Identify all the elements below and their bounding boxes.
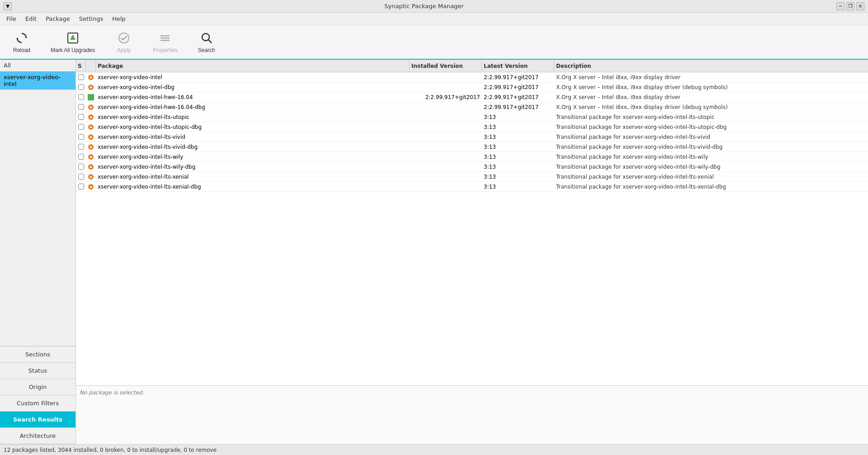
row-status-icon — [86, 174, 96, 180]
mark-all-icon — [66, 31, 80, 45]
table-row[interactable]: xserver-xorg-video-intel-dbg2:2.99.917+g… — [76, 82, 868, 92]
menu-settings[interactable]: Settings — [75, 14, 108, 24]
title-bar: ▼ Synaptic Package Manager − ❐ × — [0, 0, 868, 13]
row-status-icon — [86, 114, 96, 120]
sidebar-all-label[interactable]: All — [0, 60, 75, 71]
row-checkbox[interactable] — [78, 134, 84, 140]
svg-marker-3 — [70, 34, 75, 40]
row-latest-version: 3:13 — [482, 124, 554, 130]
table-row[interactable]: xserver-xorg-video-intel-hwe-16.042:2.99… — [76, 92, 868, 102]
row-package-name: xserver-xorg-video-intel-lts-vivid-dbg — [96, 144, 410, 150]
table-row[interactable]: xserver-xorg-video-intel2:2.99.917+git20… — [76, 72, 868, 82]
window-controls: − ❐ × — [836, 2, 864, 10]
sidebar-sections-button[interactable]: Sections — [0, 346, 75, 363]
search-icon — [199, 31, 214, 45]
sidebar-origin-button[interactable]: Origin — [0, 379, 75, 395]
sidebar-item-xserver[interactable]: xserver-xorg-video-intel — [0, 71, 75, 90]
menu-help[interactable]: Help — [108, 14, 130, 24]
row-checkbox[interactable] — [78, 124, 84, 130]
menu-bar: File Edit Package Settings Help — [0, 13, 868, 25]
sidebar: All xserver-xorg-video-intel Sections St… — [0, 60, 76, 444]
row-checkbox-cell[interactable] — [76, 124, 86, 130]
col-header-latest[interactable]: Latest Version — [482, 60, 554, 72]
col-header-status[interactable]: S — [76, 60, 86, 72]
row-checkbox[interactable] — [78, 174, 84, 180]
row-latest-version: 2:2.99.917+git2017 — [482, 74, 554, 81]
package-list[interactable]: xserver-xorg-video-intel2:2.99.917+git20… — [76, 72, 868, 385]
reload-button[interactable]: Reload — [4, 27, 40, 57]
col-header-description[interactable]: Description — [554, 60, 868, 72]
sidebar-status-button[interactable]: Status — [0, 363, 75, 379]
apply-label: Apply — [117, 47, 131, 53]
row-checkbox-cell[interactable] — [76, 164, 86, 170]
table-row[interactable]: xserver-xorg-video-intel-lts-xenial3:13T… — [76, 172, 868, 182]
row-checkbox-cell[interactable] — [76, 154, 86, 160]
menu-package[interactable]: Package — [41, 14, 75, 24]
row-checkbox[interactable] — [78, 84, 84, 90]
toolbar: Reload Mark All Upgrades Apply Prop — [0, 25, 868, 60]
row-checkbox[interactable] — [78, 114, 84, 120]
row-checkbox-cell[interactable] — [76, 184, 86, 190]
col-header-icon — [86, 60, 96, 72]
row-description: Transitional package for xserver-xorg-vi… — [554, 184, 868, 190]
sidebar-custom-filters-button[interactable]: Custom Filters — [0, 395, 75, 412]
row-package-name: xserver-xorg-video-intel-lts-utopic — [96, 114, 410, 120]
row-checkbox[interactable] — [78, 94, 84, 100]
row-latest-version: 3:13 — [482, 174, 554, 180]
table-row[interactable]: xserver-xorg-video-intel-lts-xenial-dbg3… — [76, 182, 868, 192]
col-header-package[interactable]: Package — [96, 60, 410, 72]
row-description: X.Org X server – Intel i8xx, i9xx displa… — [554, 104, 868, 110]
row-package-name: xserver-xorg-video-intel-lts-utopic-dbg — [96, 124, 410, 130]
svg-rect-5 — [160, 35, 170, 37]
row-checkbox[interactable] — [78, 164, 84, 170]
row-checkbox[interactable] — [78, 184, 84, 190]
mark-all-upgrades-button[interactable]: Mark All Upgrades — [43, 27, 102, 57]
restore-button[interactable]: ❐ — [846, 2, 854, 10]
row-checkbox-cell[interactable] — [76, 104, 86, 110]
row-package-name: xserver-xorg-video-intel-lts-wily-dbg — [96, 164, 410, 170]
table-row[interactable]: xserver-xorg-video-intel-hwe-16.04-dbg2:… — [76, 102, 868, 112]
apply-button[interactable]: Apply — [106, 27, 142, 57]
row-checkbox-cell[interactable] — [76, 134, 86, 140]
close-button[interactable]: × — [856, 2, 864, 10]
row-package-name: xserver-xorg-video-intel-lts-wily — [96, 154, 410, 160]
menu-edit[interactable]: Edit — [21, 14, 41, 24]
row-checkbox-cell[interactable] — [76, 174, 86, 180]
minimize-button[interactable]: − — [836, 2, 844, 10]
window-menu-icon[interactable]: ▼ — [4, 2, 12, 10]
sidebar-architecture-button[interactable]: Architecture — [0, 428, 75, 444]
col-header-installed[interactable]: Installed Version — [410, 60, 482, 72]
row-checkbox-cell[interactable] — [76, 94, 86, 100]
svg-line-9 — [208, 40, 212, 43]
sidebar-search-results-button[interactable]: Search Results — [0, 412, 75, 428]
sidebar-filter-list: All xserver-xorg-video-intel — [0, 60, 75, 346]
search-button[interactable]: Search — [189, 27, 225, 57]
row-checkbox-cell[interactable] — [76, 114, 86, 120]
properties-button[interactable]: Properties — [146, 27, 185, 57]
table-row[interactable]: xserver-xorg-video-intel-lts-wily3:13Tra… — [76, 152, 868, 162]
row-status-icon — [86, 104, 96, 110]
row-checkbox[interactable] — [78, 104, 84, 110]
reload-label: Reload — [13, 47, 30, 53]
menu-file[interactable]: File — [2, 14, 21, 24]
row-checkbox-cell[interactable] — [76, 84, 86, 90]
main-area: All xserver-xorg-video-intel Sections St… — [0, 60, 868, 444]
row-checkbox[interactable] — [78, 74, 84, 80]
row-checkbox-cell[interactable] — [76, 74, 86, 80]
table-row[interactable]: xserver-xorg-video-intel-lts-wily-dbg3:1… — [76, 162, 868, 172]
table-row[interactable]: xserver-xorg-video-intel-lts-vivid-dbg3:… — [76, 142, 868, 152]
row-latest-version: 2:2.99.917+git2017 — [482, 84, 554, 90]
row-checkbox[interactable] — [78, 144, 84, 150]
row-checkbox[interactable] — [78, 154, 84, 160]
table-row[interactable]: xserver-xorg-video-intel-lts-utopic-dbg3… — [76, 122, 868, 132]
row-description: X.Org X server – Intel i8xx, i9xx displa… — [554, 94, 868, 100]
table-row[interactable]: xserver-xorg-video-intel-lts-vivid3:13Tr… — [76, 132, 868, 142]
table-row[interactable]: xserver-xorg-video-intel-lts-utopic3:13T… — [76, 112, 868, 122]
row-installed-version: 2:2.99.917+git2017 — [410, 94, 482, 100]
row-description: Transitional package for xserver-xorg-vi… — [554, 164, 868, 170]
row-checkbox-cell[interactable] — [76, 144, 86, 150]
row-description: Transitional package for xserver-xorg-vi… — [554, 144, 868, 150]
row-description: Transitional package for xserver-xorg-vi… — [554, 154, 868, 160]
row-latest-version: 3:13 — [482, 134, 554, 140]
row-status-icon — [86, 94, 96, 100]
